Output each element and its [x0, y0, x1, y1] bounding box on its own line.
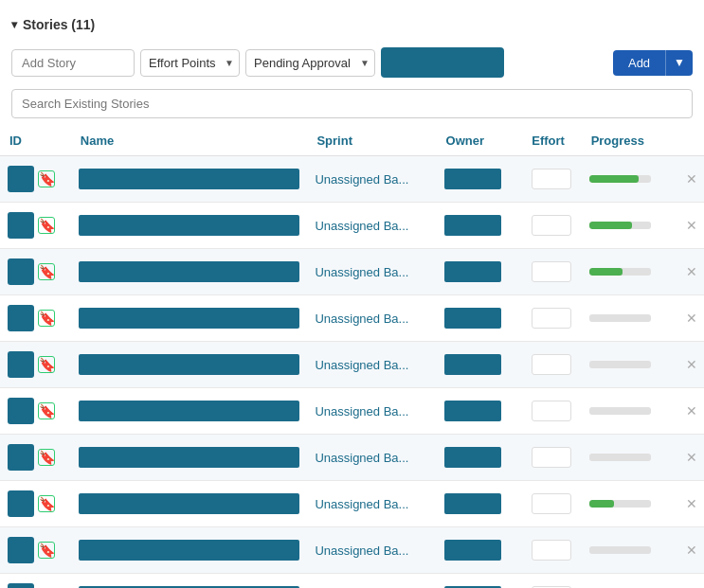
- pending-approval-wrapper: Pending Approval ▼: [245, 49, 375, 77]
- cell-name: [71, 295, 308, 342]
- cell-name: [71, 435, 308, 481]
- table-row: 🔖 Unassigned Ba... ✕: [0, 156, 704, 203]
- name-block: [79, 261, 300, 282]
- effort-input[interactable]: [532, 493, 571, 514]
- sprint-link[interactable]: Unassigned Ba...: [315, 312, 408, 326]
- sprint-link[interactable]: Unassigned Ba...: [315, 265, 408, 279]
- cell-sprint[interactable]: Unassigned Ba...: [307, 435, 436, 481]
- cell-id: 🔖: [0, 388, 71, 435]
- id-block: [8, 212, 34, 239]
- name-block: [79, 401, 300, 421]
- stories-table: ID Name Sprint Owner Effort Progress 🔖 U…: [0, 126, 704, 588]
- progress-bar-fill: [589, 500, 614, 508]
- cell-sprint[interactable]: Unassigned Ba...: [307, 481, 436, 527]
- progress-bar-background: [589, 314, 651, 322]
- progress-bar-fill: [589, 222, 633, 229]
- cell-sprint[interactable]: Unassigned Ba...: [307, 249, 436, 295]
- cell-progress: [582, 388, 678, 435]
- sprint-link[interactable]: Unassigned Ba...: [315, 219, 408, 233]
- progress-bar-container: [589, 175, 671, 183]
- owner-block: [444, 169, 501, 189]
- effort-input[interactable]: [532, 308, 571, 329]
- add-story-input[interactable]: [11, 49, 135, 77]
- cell-close: ✕: [678, 342, 704, 388]
- sprint-link[interactable]: Unassigned Ba...: [315, 358, 408, 372]
- cell-effort: [522, 156, 581, 203]
- table-body: 🔖 Unassigned Ba... ✕ 🔖 Unassigned Ba... …: [0, 156, 704, 589]
- bookmark-icon: 🔖: [38, 170, 55, 187]
- progress-bar-container: [589, 546, 671, 554]
- sprint-link[interactable]: Unassigned Ba...: [315, 172, 408, 187]
- bookmark-icon: 🔖: [38, 449, 55, 466]
- cell-sprint[interactable]: Unassigned Ba...: [307, 156, 436, 203]
- add-dropdown-button[interactable]: ▼: [665, 50, 693, 76]
- effort-points-select[interactable]: Effort Points: [140, 49, 240, 77]
- cell-id: 🔖: [0, 295, 71, 342]
- progress-bar-background: [589, 454, 651, 461]
- close-icon[interactable]: ✕: [686, 264, 697, 279]
- effort-input[interactable]: [532, 540, 571, 561]
- cell-id: 🔖: [0, 156, 71, 203]
- cell-id: 🔖: [0, 203, 71, 249]
- effort-input[interactable]: [532, 261, 571, 282]
- cell-sprint[interactable]: Unassigned Ba...: [307, 388, 436, 435]
- progress-bar-container: [589, 407, 671, 415]
- main-container: ▾ Stories (11) Effort Points ▼ Pending A…: [0, 0, 704, 588]
- effort-input[interactable]: [532, 401, 571, 421]
- close-icon[interactable]: ✕: [686, 450, 697, 465]
- cell-effort: [522, 435, 581, 481]
- cell-sprint[interactable]: . Unassigned Ba...: [307, 574, 436, 589]
- owner-block: [444, 401, 501, 421]
- effort-input[interactable]: [532, 215, 571, 236]
- cell-close: ✕: [678, 156, 704, 203]
- toolbar: Effort Points ▼ Pending Approval ▼ Add ▼: [0, 40, 704, 85]
- cell-close: ✕: [678, 203, 704, 249]
- progress-bar-container: [589, 222, 671, 229]
- name-block: [79, 215, 300, 236]
- search-existing-stories-input[interactable]: [11, 89, 693, 118]
- owner-block: [444, 447, 501, 468]
- pending-approval-select[interactable]: Pending Approval: [245, 49, 375, 77]
- close-icon[interactable]: ✕: [686, 357, 697, 372]
- cell-progress: [582, 574, 678, 589]
- id-block: [8, 166, 34, 192]
- add-button-group: Add ▼: [613, 50, 693, 76]
- cell-sprint[interactable]: Unassigned Ba...: [307, 295, 436, 342]
- cell-owner: [437, 156, 523, 203]
- id-block: [8, 258, 34, 285]
- sprint-link[interactable]: Unassigned Ba...: [315, 451, 408, 465]
- cell-name: [71, 249, 308, 295]
- close-icon[interactable]: ✕: [686, 218, 697, 233]
- cell-owner: [437, 388, 523, 435]
- sprint-link[interactable]: Unassigned Ba...: [315, 543, 408, 558]
- cell-name: [71, 527, 308, 574]
- cell-progress: [582, 249, 678, 295]
- section-header[interactable]: ▾ Stories (11): [0, 9, 704, 40]
- cell-owner: [437, 295, 523, 342]
- table-row: 🔖 Unassigned Ba... ✕: [0, 435, 704, 481]
- cell-sprint[interactable]: Unassigned Ba...: [307, 527, 436, 574]
- sprint-link[interactable]: Unassigned Ba...: [315, 497, 408, 511]
- cell-owner: [437, 481, 523, 527]
- close-icon[interactable]: ✕: [686, 403, 697, 419]
- close-icon[interactable]: ✕: [686, 543, 697, 558]
- owner-block: [444, 215, 501, 236]
- effort-input[interactable]: [532, 354, 571, 375]
- name-block: [79, 493, 300, 514]
- close-icon[interactable]: ✕: [686, 496, 697, 511]
- cell-progress: [582, 295, 678, 342]
- cell-effort: [522, 388, 581, 435]
- progress-bar-background: [589, 500, 651, 508]
- cell-sprint[interactable]: Unassigned Ba...: [307, 342, 436, 388]
- effort-input[interactable]: [532, 169, 571, 189]
- close-icon[interactable]: ✕: [686, 311, 697, 326]
- sprint-link[interactable]: Unassigned Ba...: [315, 404, 408, 419]
- close-icon[interactable]: ✕: [686, 171, 697, 187]
- table-row: 🔖 . Unassigned Ba... ✕: [0, 574, 704, 589]
- add-button[interactable]: Add: [613, 50, 665, 76]
- cell-owner: [437, 574, 523, 589]
- progress-bar-container: [589, 268, 671, 276]
- cell-sprint[interactable]: Unassigned Ba...: [307, 203, 436, 249]
- effort-input[interactable]: [532, 447, 571, 468]
- cell-close: ✕: [678, 527, 704, 574]
